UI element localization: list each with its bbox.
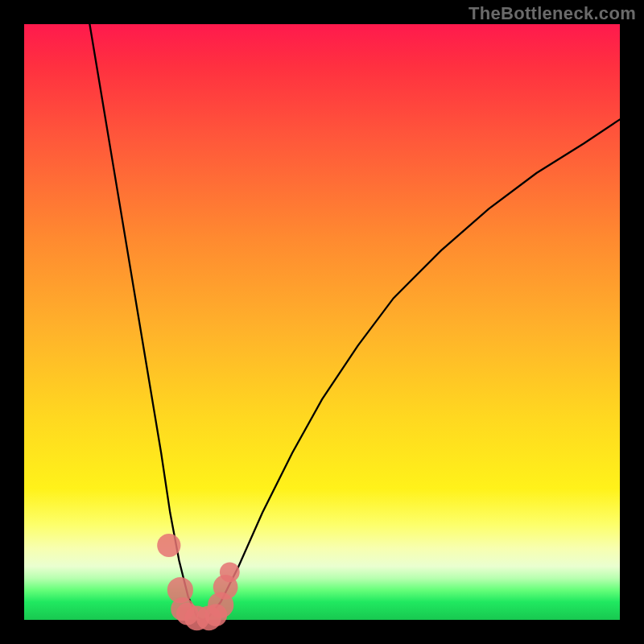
marker-dot: [220, 562, 240, 582]
watermark-text: TheBottleneck.com: [469, 3, 636, 24]
plot-area: [24, 24, 620, 620]
chart-frame: TheBottleneck.com: [0, 0, 644, 644]
bottleneck-curve: [89, 24, 620, 620]
curve-layer: [24, 24, 620, 620]
marker-dot: [157, 534, 180, 557]
marker-dots: [157, 534, 240, 630]
